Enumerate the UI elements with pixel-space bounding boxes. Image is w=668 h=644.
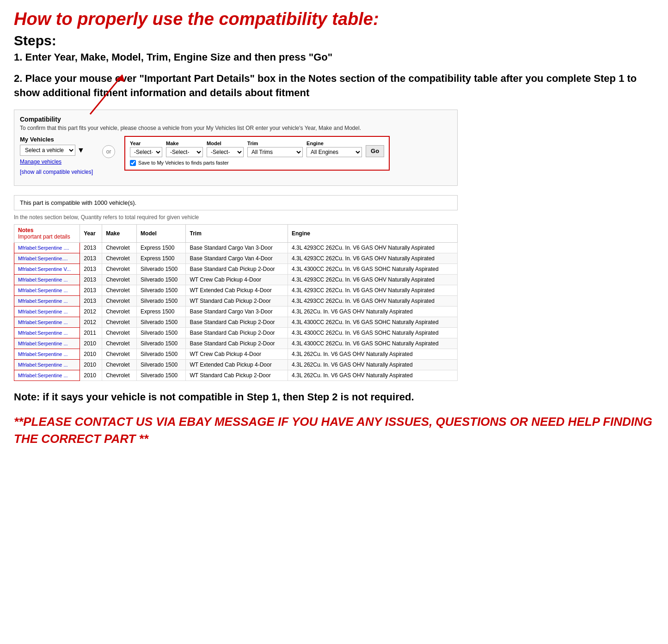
engine-label: Engine xyxy=(306,141,362,146)
trim-cell: WT Extended Cab Pickup 4-Door xyxy=(186,285,288,295)
my-vehicles-label: My Vehicles xyxy=(20,136,93,143)
model-select[interactable]: -Select- xyxy=(207,147,244,157)
show-all-link[interactable]: [show all compatible vehicles] xyxy=(20,169,93,175)
model-header: Model xyxy=(137,224,186,242)
year-cell: 2013 xyxy=(80,253,102,264)
table-row: Mfrlabel:Serpentine ...2012ChevroletSilv… xyxy=(14,317,458,327)
compatibility-table: Notes Important part details Year Make M… xyxy=(14,224,458,381)
year-cell: 2013 xyxy=(80,274,102,285)
engine-cell: 4.3L 4293CC 262Cu. In. V6 GAS OHV Natura… xyxy=(288,285,457,295)
year-cell: 2010 xyxy=(80,349,102,359)
notes-cell: Mfrlabel:Serpentine ... xyxy=(14,274,80,285)
model-cell: Silverado 1500 xyxy=(137,338,186,349)
step1-text: 1. Enter Year, Make, Model, Trim, Engine… xyxy=(14,51,654,63)
trim-cell: Base Standard Cab Pickup 2-Door xyxy=(186,317,288,327)
trim-cell: WT Crew Cab Pickup 4-Door xyxy=(186,274,288,285)
make-cell: Chevrolet xyxy=(102,327,137,338)
ymm-section: Year -Select- Make -Select- Model xyxy=(124,136,390,171)
engine-cell: 4.3L 4300CC 262Cu. In. V6 GAS SOHC Natur… xyxy=(288,264,457,274)
engine-cell: 4.3L 262Cu. In. V6 GAS OHV Naturally Asp… xyxy=(288,349,457,359)
model-field-group: Model -Select- xyxy=(207,141,244,157)
dropdown-arrow-icon: ▼ xyxy=(77,146,85,154)
notes-cell: Mfrlabel:Serpentine ... xyxy=(14,327,80,338)
make-cell: Chevrolet xyxy=(102,306,137,317)
engine-cell: 4.3L 4300CC 262Cu. In. V6 GAS SOHC Natur… xyxy=(288,338,457,349)
model-cell: Silverado 1500 xyxy=(137,285,186,295)
compat-title: Compatibility xyxy=(20,116,452,123)
engine-cell: 4.3L 4300CC 262Cu. In. V6 GAS SOHC Natur… xyxy=(288,327,457,338)
contact-text: **PLEASE CONTACT US VIA EBAY MESSAGE IF … xyxy=(14,413,654,447)
notes-cell: Mfrlabel:Serpentine ... xyxy=(14,295,80,306)
make-cell: Chevrolet xyxy=(102,253,137,264)
engine-select[interactable]: All Engines xyxy=(306,147,362,157)
make-cell: Chevrolet xyxy=(102,242,137,253)
make-select[interactable]: -Select- xyxy=(166,147,203,157)
year-cell: 2010 xyxy=(80,370,102,380)
compatible-text: This part is compatible with 1000 vehicl… xyxy=(20,199,136,206)
steps-heading: Steps: xyxy=(14,33,654,49)
make-cell: Chevrolet xyxy=(102,264,137,274)
engine-cell: 4.3L 4293CC 262Cu. In. V6 GAS OHV Natura… xyxy=(288,242,457,253)
year-cell: 2011 xyxy=(80,327,102,338)
compat-subtitle: To confirm that this part fits your vehi… xyxy=(20,125,452,131)
my-vehicles-section: My Vehicles Select a vehicle ▼ Manage ve… xyxy=(20,136,93,175)
notes-cell: Mfrlabel:Serpentine ... xyxy=(14,349,80,359)
year-cell: 2013 xyxy=(80,285,102,295)
table-row: Mfrlabel:Serpentine ...2011ChevroletSilv… xyxy=(14,327,458,338)
table-row: Mfrlabel:Serpentine ...2013ChevroletSilv… xyxy=(14,274,458,285)
compatible-message: This part is compatible with 1000 vehicl… xyxy=(14,195,458,210)
model-cell: Silverado 1500 xyxy=(137,317,186,327)
make-cell: Chevrolet xyxy=(102,285,137,295)
vehicle-select[interactable]: Select a vehicle xyxy=(20,145,75,156)
engine-cell: 4.3L 4300CC 262Cu. In. V6 GAS SOHC Natur… xyxy=(288,317,457,327)
make-header: Make xyxy=(102,224,137,242)
table-row: Mfrlabel:Serpentine ...2013ChevroletSilv… xyxy=(14,295,458,306)
notes-cell: Mfrlabel:Serpentine .... xyxy=(14,242,80,253)
table-row: Mfrlabel:Serpentine V...2013ChevroletSil… xyxy=(14,264,458,274)
year-select[interactable]: -Select- xyxy=(130,147,162,157)
make-cell: Chevrolet xyxy=(102,338,137,349)
make-cell: Chevrolet xyxy=(102,370,137,380)
trim-select[interactable]: All Trims xyxy=(247,147,303,157)
table-row: Mfrlabel:Serpentine....2013ChevroletExpr… xyxy=(14,253,458,264)
engine-header: Engine xyxy=(288,224,457,242)
compatibility-section: Compatibility To confirm that this part … xyxy=(14,110,458,186)
engine-cell: 4.3L 4293CC 262Cu. In. V6 GAS OHV Natura… xyxy=(288,295,457,306)
manage-vehicles-link[interactable]: Manage vehicles xyxy=(20,159,93,165)
table-row: Mfrlabel:Serpentine ...2010ChevroletSilv… xyxy=(14,359,458,370)
vehicle-select-wrapper: Select a vehicle ▼ xyxy=(20,145,93,156)
year-label: Year xyxy=(130,141,162,146)
model-cell: Silverado 1500 xyxy=(137,349,186,359)
make-label: Make xyxy=(166,141,203,146)
make-field-group: Make -Select- xyxy=(166,141,203,157)
year-cell: 2013 xyxy=(80,242,102,253)
trim-cell: WT Crew Cab Pickup 4-Door xyxy=(186,349,288,359)
go-button[interactable]: Go xyxy=(366,145,384,157)
model-cell: Express 1500 xyxy=(137,242,186,253)
make-cell: Chevrolet xyxy=(102,295,137,306)
engine-cell: 4.3L 262Cu. In. V6 GAS OHV Naturally Asp… xyxy=(288,370,457,380)
year-header: Year xyxy=(80,224,102,242)
model-cell: Express 1500 xyxy=(137,253,186,264)
year-field-group: Year -Select- xyxy=(130,141,162,157)
make-cell: Chevrolet xyxy=(102,349,137,359)
engine-field-group: Engine All Engines xyxy=(306,141,362,157)
engine-cell: 4.3L 262Cu. In. V6 GAS OHV Naturally Asp… xyxy=(288,306,457,317)
table-row: Mfrlabel:Serpentine ....2013ChevroletExp… xyxy=(14,242,458,253)
trim-cell: Base Standard Cargo Van 4-Door xyxy=(186,253,288,264)
trim-cell: Base Standard Cargo Van 3-Door xyxy=(186,242,288,253)
trim-field-group: Trim All Trims xyxy=(247,141,303,157)
year-cell: 2010 xyxy=(80,338,102,349)
engine-cell: 4.3L 262Cu. In. V6 GAS OHV Naturally Asp… xyxy=(288,359,457,370)
model-cell: Express 1500 xyxy=(137,306,186,317)
year-cell: 2012 xyxy=(80,317,102,327)
quantity-note: In the notes section below, Quantity ref… xyxy=(14,214,654,221)
main-title: How to properly use the compatibility ta… xyxy=(14,9,654,29)
table-row: Mfrlabel:Serpentine ...2010ChevroletSilv… xyxy=(14,349,458,359)
table-row: Mfrlabel:Serpentine ...2012ChevroletExpr… xyxy=(14,306,458,317)
model-cell: Silverado 1500 xyxy=(137,327,186,338)
model-cell: Silverado 1500 xyxy=(137,274,186,285)
model-cell: Silverado 1500 xyxy=(137,264,186,274)
save-checkbox[interactable] xyxy=(130,160,136,166)
make-cell: Chevrolet xyxy=(102,359,137,370)
